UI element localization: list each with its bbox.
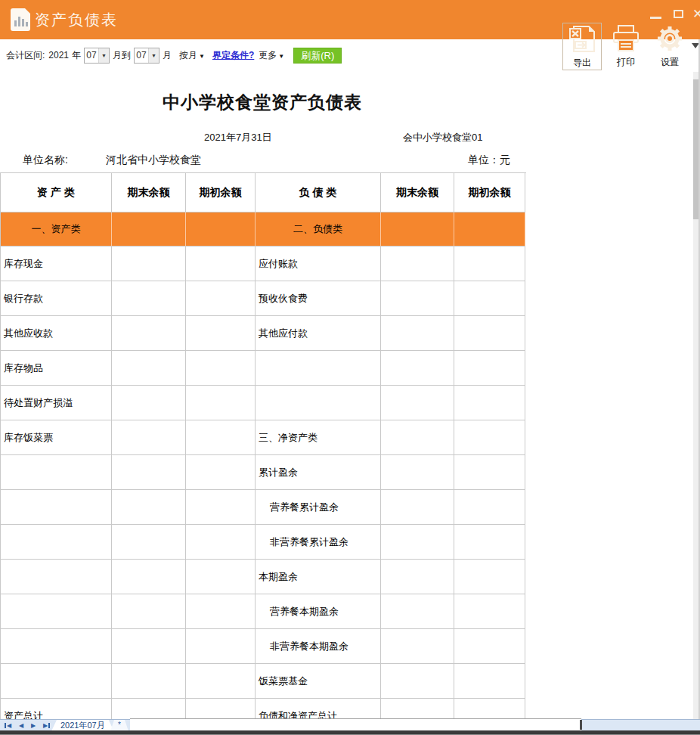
liability-sub-item[interactable]: 营养餐累计盈余 <box>256 490 381 525</box>
minimize-icon[interactable] <box>650 17 661 19</box>
liability-ending-value[interactable] <box>381 455 454 490</box>
export-button[interactable]: 导出 <box>562 23 602 70</box>
asset-beginning-value[interactable] <box>186 629 256 664</box>
combo-caret-icon[interactable]: ▼ <box>98 48 109 63</box>
asset-item[interactable] <box>1 594 112 629</box>
asset-ending-value[interactable] <box>112 281 186 316</box>
liability-ending-value[interactable] <box>381 247 454 281</box>
asset-beginning-value[interactable] <box>186 664 256 699</box>
asset-beginning-value[interactable] <box>186 247 256 281</box>
asset-ending-value[interactable] <box>112 560 186 594</box>
liability-ending-value[interactable] <box>381 490 454 525</box>
prev-sheet-icon[interactable]: ◀ <box>15 720 27 731</box>
liability-item[interactable]: 饭菜票基金 <box>256 664 381 699</box>
asset-item[interactable]: 其他应收款 <box>1 316 112 351</box>
asset-beginning-value[interactable] <box>186 420 256 455</box>
liability-beginning-value[interactable] <box>454 281 525 316</box>
asset-ending-value[interactable] <box>112 699 186 720</box>
asset-item[interactable] <box>1 560 112 594</box>
liability-beginning-value[interactable] <box>454 629 525 664</box>
define-conditions-link[interactable]: 界定条件? <box>212 49 254 62</box>
liability-ending-value[interactable] <box>381 525 454 560</box>
liability-beginning-value[interactable] <box>454 699 525 720</box>
asset-ending-value[interactable] <box>112 629 186 664</box>
horizontal-scrollbar-thumb-edge[interactable] <box>580 720 582 730</box>
asset-item[interactable]: 库存饭菜票 <box>1 420 112 455</box>
last-sheet-icon[interactable]: ▶ <box>39 720 51 731</box>
by-month-dropdown[interactable]: 按月▼ <box>179 49 205 62</box>
asset-item[interactable]: 待处置财产损溢 <box>1 386 112 420</box>
asset-item[interactable] <box>1 525 112 560</box>
liability-beginning-value[interactable] <box>454 560 525 594</box>
asset-item[interactable] <box>1 455 112 490</box>
asset-ending-value[interactable] <box>112 247 186 281</box>
asset-beginning-value[interactable] <box>186 386 256 420</box>
liability-beginning-value[interactable] <box>454 386 525 420</box>
more-dropdown[interactable]: 更多▼ <box>259 49 284 62</box>
liability-item[interactable]: 其他应付款 <box>256 316 381 351</box>
liability-beginning-value[interactable] <box>454 525 525 560</box>
asset-beginning-value[interactable] <box>186 455 256 490</box>
liability-ending-value[interactable] <box>381 699 454 720</box>
asset-beginning-value[interactable] <box>186 351 256 386</box>
liability-ending-value[interactable] <box>381 351 454 386</box>
liability-ending-value[interactable] <box>381 560 454 594</box>
liability-item[interactable]: 预收伙食费 <box>256 281 381 316</box>
next-sheet-icon[interactable]: ▶ <box>27 720 39 731</box>
month-from-select[interactable]: 07 ▼ <box>84 48 110 64</box>
settings-button[interactable]: 设置 <box>650 23 689 69</box>
liability-sub-item[interactable]: 营养餐本期盈余 <box>256 594 381 629</box>
liability-ending-value[interactable] <box>381 281 454 316</box>
liability-beginning-value[interactable] <box>454 664 525 699</box>
asset-item[interactable] <box>1 629 112 664</box>
asset-item[interactable]: 库存物品 <box>1 351 112 386</box>
asset-total-label[interactable]: 资产总计 <box>1 699 112 720</box>
liability-item[interactable] <box>256 386 381 420</box>
asset-ending-value[interactable] <box>112 316 186 351</box>
asset-item[interactable]: 库存现金 <box>1 247 112 281</box>
print-button[interactable]: 打印 <box>606 23 646 69</box>
liability-beginning-value[interactable] <box>454 351 525 386</box>
liability-beginning-value[interactable] <box>454 247 525 281</box>
liability-ending-value[interactable] <box>381 594 454 629</box>
first-sheet-icon[interactable]: ◀ <box>3 720 15 731</box>
liability-total-label[interactable]: 负债和净资产总计 <box>256 699 381 720</box>
asset-ending-value[interactable] <box>112 594 186 629</box>
vertical-scrollbar-thumb[interactable] <box>693 79 698 219</box>
refresh-button[interactable]: 刷新(R) <box>293 48 342 64</box>
asset-ending-value[interactable] <box>112 351 186 386</box>
asset-item[interactable] <box>1 664 112 699</box>
asset-beginning-value[interactable] <box>186 490 256 525</box>
month-to-select[interactable]: 07 ▼ <box>134 48 160 64</box>
add-sheet-tab[interactable]: * <box>110 720 129 731</box>
liability-sub-item[interactable]: 非营养餐本期盈余 <box>256 629 381 664</box>
asset-beginning-value[interactable] <box>186 594 256 629</box>
asset-beginning-value[interactable] <box>186 699 256 720</box>
liability-item[interactable] <box>256 351 381 386</box>
liability-beginning-value[interactable] <box>454 420 525 455</box>
liability-beginning-value[interactable] <box>454 594 525 629</box>
liability-item[interactable]: 应付账款 <box>256 247 381 281</box>
liability-section-item[interactable]: 三、净资产类 <box>256 420 381 455</box>
liability-item[interactable]: 累计盈余 <box>256 455 381 490</box>
maximize-icon[interactable] <box>674 10 683 18</box>
liability-ending-value[interactable] <box>381 420 454 455</box>
asset-beginning-value[interactable] <box>186 281 256 316</box>
asset-ending-value[interactable] <box>112 420 186 455</box>
sheet-tab-active[interactable]: 2021年07月 <box>51 720 114 731</box>
liability-beginning-value[interactable] <box>454 490 525 525</box>
horizontal-scrollbar[interactable] <box>130 718 581 730</box>
liability-beginning-value[interactable] <box>454 455 525 490</box>
liability-sub-item[interactable]: 非营养餐累计盈余 <box>256 525 381 560</box>
asset-ending-value[interactable] <box>112 525 186 560</box>
liability-item[interactable]: 本期盈余 <box>256 560 381 594</box>
asset-item[interactable] <box>1 490 112 525</box>
liability-ending-value[interactable] <box>381 316 454 351</box>
asset-beginning-value[interactable] <box>186 525 256 560</box>
asset-ending-value[interactable] <box>112 386 186 420</box>
asset-ending-value[interactable] <box>112 455 186 490</box>
asset-ending-value[interactable] <box>112 490 186 525</box>
asset-item[interactable]: 银行存款 <box>1 281 112 316</box>
combo-caret-icon[interactable]: ▼ <box>148 48 159 63</box>
liability-ending-value[interactable] <box>381 664 454 699</box>
